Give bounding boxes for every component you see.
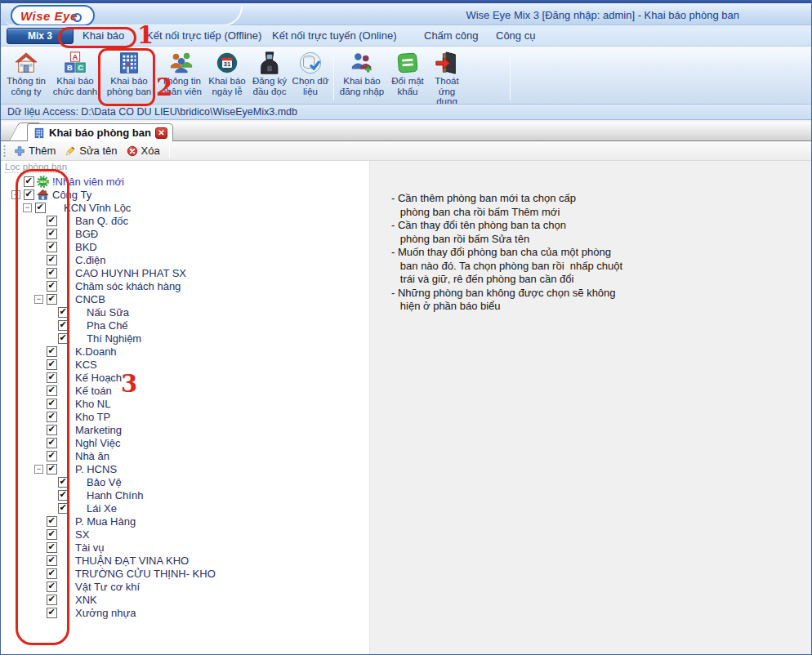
tree-node-row[interactable]: Kho NL xyxy=(1,397,369,410)
tree-node-row[interactable]: Hanh Chính xyxy=(1,488,369,501)
tree-collapse-icon[interactable]: − xyxy=(34,465,43,474)
tree-node-row[interactable]: BGĐ xyxy=(1,227,369,240)
toolbar-button-them[interactable]: Thêm xyxy=(11,143,61,158)
tree-node-row[interactable]: −P. HCNS xyxy=(1,462,369,475)
tree-node-row[interactable]: THUẬN ĐẠT VINA KHO xyxy=(1,554,369,567)
tree-checkbox[interactable] xyxy=(47,568,57,579)
tree-checkbox[interactable] xyxy=(47,372,57,383)
ribbon-button-khai-bao-chuc-danh[interactable]: ABCKhai báo chức danh xyxy=(50,48,100,102)
tree-checkbox[interactable] xyxy=(47,385,57,396)
tree-checkbox[interactable] xyxy=(47,529,57,540)
tree-checkbox[interactable] xyxy=(58,320,69,331)
tree-node-row[interactable]: Kho TP xyxy=(1,410,369,423)
tree-checkbox[interactable] xyxy=(47,425,57,435)
menu-item-ket-noi-truc-tiep[interactable]: Kết nối trực tiếp (Offline) xyxy=(146,29,261,42)
tree-checkbox[interactable] xyxy=(47,516,57,527)
delete-cross-icon xyxy=(127,145,138,157)
tree-node-row[interactable]: SX xyxy=(1,528,369,541)
ribbon-button-thong-tin-cong-ty[interactable]: Thông tin công ty xyxy=(4,48,48,102)
tree-checkbox[interactable] xyxy=(47,555,57,566)
tree-checkbox[interactable] xyxy=(24,189,34,200)
tree-node-row[interactable]: Vật Tư cơ khí xyxy=(1,580,369,593)
tree-checkbox[interactable] xyxy=(58,477,69,488)
tree-node-row[interactable]: C.điện xyxy=(1,253,369,266)
tree-checkbox[interactable] xyxy=(47,359,57,370)
tree-checkbox[interactable] xyxy=(47,229,57,239)
ribbon-button-chon-du-lieu[interactable]: Chọn dữ liệu xyxy=(292,48,329,102)
tree-node-row[interactable]: XNK xyxy=(1,593,369,606)
login-users-icon xyxy=(350,51,374,75)
tree-node-row[interactable]: Kế Hoạch xyxy=(1,371,369,384)
tree-checkbox[interactable] xyxy=(47,464,57,475)
tree-checkbox[interactable] xyxy=(47,581,57,592)
tree-node-row[interactable]: CAO HUYNH PHAT SX xyxy=(1,266,369,279)
tree-checkbox[interactable] xyxy=(58,333,69,344)
ribbon-button-khai-bao-dang-nhap[interactable]: Khai báo đăng nhập xyxy=(337,48,387,102)
tree-checkbox[interactable] xyxy=(47,255,57,265)
sphere-icon xyxy=(60,437,73,449)
tree-checkbox[interactable] xyxy=(47,412,57,422)
tree-checkbox[interactable] xyxy=(47,294,57,305)
toolbar-button-xoa[interactable]: Xóa xyxy=(123,143,166,158)
tree-checkbox[interactable] xyxy=(47,608,57,618)
menu-app-button[interactable]: Mix 3 xyxy=(7,28,74,44)
tree-checkbox[interactable] xyxy=(47,595,57,605)
tree-node-row[interactable]: Lái Xe xyxy=(1,501,369,515)
tree-checkbox[interactable] xyxy=(47,281,57,292)
tree-node-row[interactable]: Marketing xyxy=(1,423,369,436)
tree-node-row[interactable]: −Công Ty xyxy=(1,188,369,201)
ribbon-button-dang-ky-dau-doc[interactable]: Đăng ký đầu đọc xyxy=(249,48,290,102)
tree-collapse-icon[interactable]: − xyxy=(11,190,20,199)
tab-khai-bao-phong-ban[interactable]: Khai báo phòng ban ✕ xyxy=(27,123,173,141)
tree-node-row[interactable]: BKD xyxy=(1,240,369,253)
tab-close-icon[interactable]: ✕ xyxy=(155,127,167,139)
menu-item-ket-noi-truc-tuyen[interactable]: Kết nối trực tuyến (Online) xyxy=(272,29,397,42)
tree-checkbox[interactable] xyxy=(47,399,57,409)
ribbon-button-thoat-ung-dung[interactable]: Thoát ứng dụng xyxy=(428,48,466,102)
tree-checkbox[interactable] xyxy=(47,242,57,252)
tree-node-row[interactable]: Tài vụ xyxy=(1,541,369,554)
tree-checkbox[interactable] xyxy=(47,542,57,553)
toolbar-grip-handle[interactable] xyxy=(3,145,6,158)
tree-node-row[interactable]: P. Mua Hàng xyxy=(1,515,369,528)
tree-checkbox[interactable] xyxy=(58,307,69,318)
tree-collapse-icon[interactable]: − xyxy=(23,203,32,212)
tree-node-row[interactable]: Nghỉ Việc xyxy=(1,436,369,449)
tree-node-row[interactable]: −CNCB xyxy=(1,292,369,305)
tree-checkbox[interactable] xyxy=(47,268,57,278)
tree-checkbox[interactable] xyxy=(24,176,34,187)
tree-collapse-icon[interactable]: − xyxy=(34,295,43,304)
ribbon-button-thong-tin-nhan-vien[interactable]: Thông tin nhân viên xyxy=(158,48,205,102)
ribbon-button-khai-bao-ngay-le[interactable]: 31Khai báo ngày lễ xyxy=(207,48,248,102)
tree-node-row[interactable]: Pha Chế xyxy=(1,319,369,332)
tree-checkbox[interactable] xyxy=(47,216,57,226)
tree-node-row[interactable]: KCS xyxy=(1,358,369,371)
tree-checkbox[interactable] xyxy=(58,490,69,501)
tree-node-row[interactable]: Bảo Vệ xyxy=(1,475,369,488)
tree-node-row[interactable]: Thí Nghiệm xyxy=(1,332,369,345)
ribbon-button-khai-bao-phong-ban[interactable]: Khai báo phòng ban xyxy=(102,48,156,102)
sphere-icon xyxy=(60,594,73,606)
menu-item-khai-bao[interactable]: Khai báo xyxy=(83,29,124,42)
tree-checkbox[interactable] xyxy=(47,451,57,461)
sphere-icon xyxy=(60,267,73,279)
tree-node-row[interactable]: K.Doanh xyxy=(1,345,369,358)
tree-node-row[interactable]: −KCN Vĩnh Lộc xyxy=(1,201,369,214)
tree-node-row[interactable]: Nấu Sữa xyxy=(1,305,369,319)
menu-item-cham-cong[interactable]: Chấm công xyxy=(424,29,478,42)
tree-checkbox[interactable] xyxy=(58,503,69,514)
tree-checkbox[interactable] xyxy=(35,203,46,213)
tree-node-row[interactable]: Chăm sóc khách hàng xyxy=(1,279,369,292)
tree-node-row[interactable]: TRƯỜNG CỬU THỊNH- KHO xyxy=(1,567,369,580)
tree-checkbox[interactable] xyxy=(47,346,57,357)
tree-checkbox[interactable] xyxy=(47,438,57,448)
tree-node-row[interactable]: NEW!Nhân viên mới xyxy=(1,175,369,188)
tree-node-row[interactable]: Xưởng nhựa xyxy=(1,606,369,619)
ribbon-button-doi-mat-khau[interactable]: Đổi mật khẩu xyxy=(389,48,426,102)
tree-node-row[interactable]: Nhà ăn xyxy=(1,449,369,462)
tree-node-row[interactable]: Ban Q. đốc xyxy=(1,214,369,227)
menu-item-cong-cu[interactable]: Công cụ xyxy=(496,29,535,42)
tree-node-row[interactable]: Kế toán xyxy=(1,384,369,397)
tree-node-label: TRƯỜNG CỬU THỊNH- KHO xyxy=(75,568,216,580)
toolbar-button-sua-ten[interactable]: Sửa tên xyxy=(61,143,123,158)
